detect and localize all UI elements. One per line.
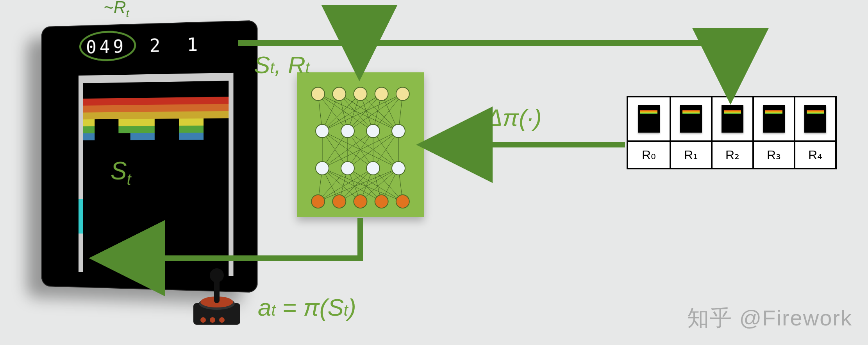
buffer-column: R₁	[670, 97, 711, 168]
svg-point-58	[354, 87, 367, 101]
buffer-reward-cell: R₀	[628, 140, 670, 168]
svg-point-66	[341, 162, 354, 175]
svg-point-71	[354, 195, 367, 208]
svg-point-56	[311, 87, 325, 101]
svg-point-63	[366, 124, 380, 138]
svg-point-65	[316, 162, 329, 175]
svg-point-64	[392, 124, 405, 138]
environment-screen: 049 2 1 St	[41, 20, 257, 293]
svg-point-73	[396, 195, 409, 208]
svg-point-81	[219, 317, 225, 323]
watermark: 知乎 @Firework	[687, 304, 852, 333]
buffer-state-thumb	[628, 97, 670, 140]
svg-point-67	[366, 162, 380, 175]
action-label: at = π(St)	[258, 293, 356, 321]
buffer-column: R₂	[711, 97, 752, 168]
buffer-column: R₄	[794, 97, 835, 168]
svg-point-80	[210, 317, 215, 323]
state-label: St	[111, 156, 131, 189]
svg-point-60	[396, 87, 409, 101]
brick-rows	[83, 97, 229, 140]
buffer-state-thumb	[713, 97, 752, 140]
transition-label: St, Rt	[254, 51, 310, 79]
svg-point-68	[392, 162, 405, 175]
buffer-reward-cell: R₁	[671, 140, 711, 168]
level-text: 1	[187, 34, 201, 55]
paddle-icon	[136, 260, 163, 266]
svg-point-57	[332, 87, 346, 101]
buffer-state-thumb	[795, 97, 835, 140]
replay-buffer: R₀ R₁ R₂ R₃ R₄	[627, 96, 837, 169]
buffer-reward-cell: R₃	[754, 140, 794, 168]
svg-point-70	[332, 195, 346, 208]
score-circle-icon	[79, 30, 136, 62]
buffer-reward-cell: R₂	[713, 140, 752, 168]
svg-point-62	[341, 124, 354, 138]
svg-point-72	[375, 195, 388, 208]
svg-point-79	[200, 317, 206, 323]
buffer-state-thumb	[671, 97, 711, 140]
svg-point-78	[210, 268, 224, 282]
joystick-icon	[188, 266, 246, 329]
score-text: 049	[86, 36, 127, 58]
playfield	[79, 73, 234, 276]
reward-approx-label: ~Rt	[104, 0, 129, 20]
svg-point-61	[316, 124, 329, 138]
policy-update-label: Δπ(·)	[486, 104, 542, 131]
agent-network	[297, 72, 424, 217]
buffer-column: R₃	[752, 97, 794, 168]
wall-accent-icon	[79, 199, 83, 234]
svg-point-59	[375, 87, 388, 101]
buffer-column: R₀	[628, 97, 670, 168]
buffer-state-thumb	[754, 97, 794, 140]
buffer-reward-cell: R₄	[795, 140, 835, 168]
svg-point-69	[311, 195, 325, 208]
diagram-canvas: ~Rt 049 2 1 St R₀ R₁	[0, 0, 868, 345]
game-hud: 049 2 1	[86, 33, 233, 58]
lives-text: 2	[150, 35, 163, 56]
neural-net-icon	[297, 72, 424, 217]
